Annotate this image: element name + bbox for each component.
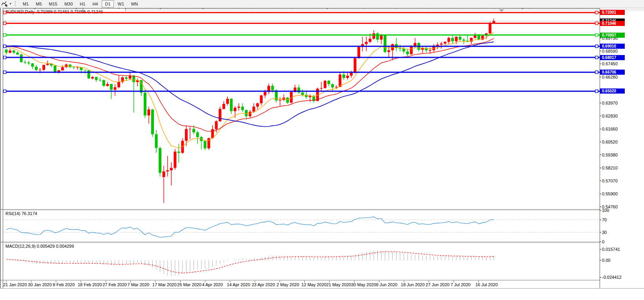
timeframe-button-m30[interactable]: M30 xyxy=(61,0,76,7)
timeframe-button-h1[interactable]: H1 xyxy=(77,0,88,7)
ma-ema9-line xyxy=(6,32,494,148)
macd-scale-label: 0.015741 xyxy=(602,247,620,252)
date-tick-label: 21 Jan 2020 xyxy=(3,282,27,287)
horizontal-level-lines[interactable] xyxy=(3,11,600,92)
chevron-down-icon[interactable]: ▼ xyxy=(9,2,12,5)
macd-plot xyxy=(6,250,494,276)
price-badge-support-line: 0.66706 xyxy=(600,70,625,75)
timeframe-button-m1[interactable]: M1 xyxy=(20,0,32,7)
rsi-plot xyxy=(3,217,600,237)
macd-label: MACD(12,26,9) 0.005429 0.004299 xyxy=(5,244,74,248)
price-tick-label: 0.60520 xyxy=(602,140,618,144)
timeframe-button-h4[interactable]: H4 xyxy=(89,0,101,7)
macd-scale-label: -0.024412 xyxy=(602,275,622,280)
date-tick-label: 7 Mar 2020 xyxy=(128,282,150,287)
price-badge-support-line: 0.68017 xyxy=(600,55,625,60)
rsi-scale-label: 100 xyxy=(602,208,609,213)
rsi-label: RSI(14) 76.3174 xyxy=(5,211,37,216)
timeframe-button-m15[interactable]: M15 xyxy=(46,0,60,7)
mt4-window: ▼ M1M5M15M30H1H4D1W1MN AUDUSD,Daily 0.71… xyxy=(0,0,644,300)
rsi-scale-label: 70 xyxy=(602,217,607,222)
timeframe-toolbar: ▼ M1M5M15M30H1H4D1W1MN xyxy=(0,0,644,8)
price-badge-support-line: 0.69010 xyxy=(600,44,625,49)
chart-cursor-icon[interactable] xyxy=(1,1,9,7)
ma-sma34-line xyxy=(6,42,494,127)
price-tick-label: 0.67450 xyxy=(602,61,618,66)
date-tick-label: 12 May 2020 xyxy=(302,282,327,287)
rsi-scale-label: 30 xyxy=(602,230,607,235)
timeframe-buttons: M1M5M15M30H1H4D1W1MN xyxy=(19,0,141,7)
rsi-scale-label: 0 xyxy=(602,239,604,244)
date-tick-label: 30 Jan 2020 xyxy=(28,282,52,287)
date-tick-label: 26 Mar 2020 xyxy=(177,282,201,287)
date-tick-label: 21 May 2020 xyxy=(326,282,351,287)
price-tick-label: 0.63970 xyxy=(602,101,618,105)
ma-ema21-line xyxy=(6,39,494,131)
date-tick-label: 30 May 2020 xyxy=(351,282,376,287)
toolbar-grip[interactable] xyxy=(15,1,17,6)
price-badge-resistance-line: 0.72001 xyxy=(600,10,625,15)
price-tick-label: 0.61660 xyxy=(602,127,618,131)
macd-signal-line xyxy=(6,252,494,273)
timeframe-button-m5[interactable]: M5 xyxy=(33,0,45,7)
date-tick-label: 23 Apr 2020 xyxy=(252,282,275,287)
price-tick-label: 0.55900 xyxy=(602,191,618,196)
date-tick-label: 7 Jul 2020 xyxy=(450,282,470,287)
date-tick-label: 14 Apr 2020 xyxy=(227,282,250,287)
price-tick-label: 0.57070 xyxy=(602,179,618,183)
date-tick-label: 16 Jul 2020 xyxy=(476,282,498,287)
timeframe-button-d1[interactable]: D1 xyxy=(102,0,113,7)
date-tick-label: 27 Feb 2020 xyxy=(102,282,127,287)
price-badge-support-line: 0.70007 xyxy=(600,33,625,38)
date-tick-label: 18 Feb 2020 xyxy=(78,282,102,287)
price-tick-label: 0.58210 xyxy=(602,166,618,170)
date-tick-label: 9 Jun 2020 xyxy=(376,282,397,287)
price-badge-resistance-line: 0.71046 xyxy=(600,21,625,26)
timeframe-button-w1[interactable]: W1 xyxy=(115,0,128,7)
date-tick-label: 27 Jun 2020 xyxy=(426,282,450,287)
price-tick-label: 0.62830 xyxy=(602,114,618,118)
rsi-line xyxy=(6,217,494,237)
timeframe-button-mn[interactable]: MN xyxy=(128,0,141,7)
candles xyxy=(5,18,496,203)
chart-canvas[interactable] xyxy=(0,0,644,300)
price-tick-label: 0.68590 xyxy=(602,49,618,53)
price-tick-label: 0.66280 xyxy=(602,75,618,79)
macd-scale-label: 0.00 xyxy=(602,258,610,263)
date-tick-label: 2 May 2020 xyxy=(276,282,299,287)
date-tick-label: 17 Mar 2020 xyxy=(152,282,177,287)
date-tick-label: 8 Feb 2020 xyxy=(53,282,75,287)
chart-title: AUDUSD,Daily 0.71099 0.71461 0.71095 0.7… xyxy=(5,9,103,14)
price-tick-label: 0.59380 xyxy=(602,153,618,157)
date-tick-label: 4 Apr 2020 xyxy=(202,282,223,287)
date-tick-label: 18 Jun 2020 xyxy=(401,282,425,287)
price-badge-support-line: 0.65020 xyxy=(600,88,625,94)
